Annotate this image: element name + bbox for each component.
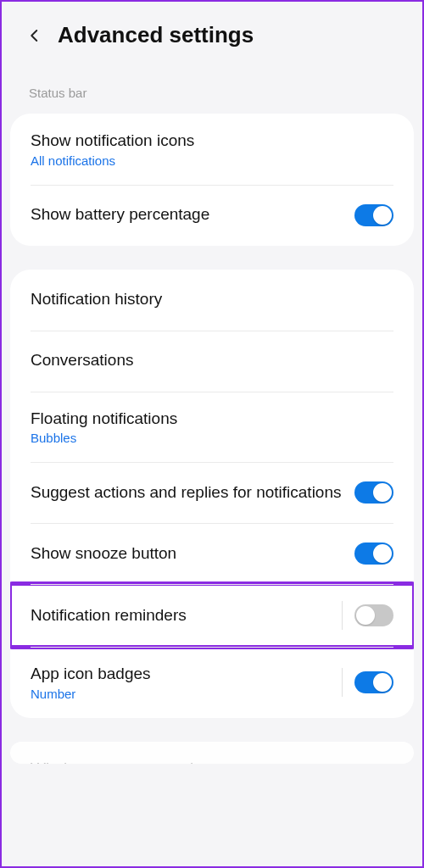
toggle-battery-percentage[interactable] — [354, 204, 393, 226]
row-title: Suggest actions and replies for notifica… — [31, 482, 354, 504]
row-app-icon-badges[interactable]: App icon badges Number — [10, 647, 414, 718]
row-wireless-emergency-alerts[interactable]: Wireless emergency alerts — [10, 742, 414, 764]
section-label-statusbar: Status bar — [2, 64, 422, 108]
row-suggest-actions[interactable]: Suggest actions and replies for notifica… — [10, 462, 414, 523]
row-title: Conversations — [31, 350, 393, 371]
card-notifications: Notification history Conversations Float… — [10, 270, 414, 718]
row-title: Show snooze button — [31, 543, 354, 565]
row-title: Wireless emergency alerts — [31, 759, 393, 764]
row-conversations[interactable]: Conversations — [10, 331, 414, 392]
row-show-notification-icons[interactable]: Show notification icons All notification… — [10, 114, 414, 185]
row-sub: All notifications — [31, 153, 393, 168]
row-title: App icon badges — [31, 664, 342, 685]
row-notification-reminders[interactable]: Notification reminders — [10, 584, 414, 647]
header: Advanced settings — [2, 2, 422, 64]
row-floating-notifications[interactable]: Floating notifications Bubbles — [10, 392, 414, 463]
toggle-app-icon-badges[interactable] — [354, 671, 393, 693]
row-show-battery-percentage[interactable]: Show battery percentage — [10, 185, 414, 246]
row-title: Show notification icons — [31, 131, 393, 152]
row-title: Notification reminders — [31, 605, 342, 626]
card-emergency: Wireless emergency alerts — [10, 742, 414, 764]
row-sub: Number — [31, 687, 342, 701]
row-show-snooze-button[interactable]: Show snooze button — [10, 523, 414, 584]
divider-icon — [342, 668, 343, 697]
row-title: Notification history — [31, 289, 393, 310]
row-sub: Bubbles — [31, 431, 393, 445]
toggle-notification-reminders[interactable] — [354, 604, 393, 626]
row-notification-history[interactable]: Notification history — [10, 270, 414, 331]
page-title: Advanced settings — [58, 22, 254, 48]
toggle-show-snooze[interactable] — [354, 542, 393, 565]
row-title: Floating notifications — [31, 409, 393, 430]
toggle-suggest-actions[interactable] — [354, 481, 393, 504]
row-title: Show battery percentage — [31, 204, 354, 225]
card-statusbar: Show notification icons All notification… — [10, 114, 414, 246]
back-icon[interactable] — [27, 28, 42, 43]
divider-icon — [342, 601, 343, 630]
